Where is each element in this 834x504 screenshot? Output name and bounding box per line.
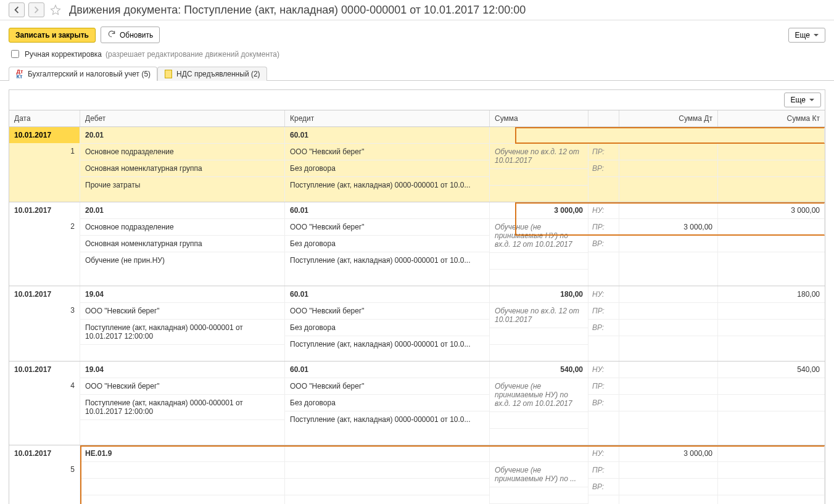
manual-edit-checkbox[interactable] — [11, 50, 19, 58]
credit-cell: 60.01ООО "Невский берег"Без договораПост… — [285, 286, 490, 361]
sum-cell: 1 000,00Обучение по вх.д. 12 от 10.01.20… — [490, 127, 588, 202]
debit-cell: 19.04ООО "Невский берег"Поступление (акт… — [80, 361, 285, 445]
entry-date: 10.01.2017 — [9, 127, 80, 143]
col-sumdt: Сумма Дт — [619, 110, 718, 126]
tab-1[interactable]: НДС предъявленный (2) — [157, 67, 266, 81]
debit-cell: 20.01Основное подразделениеОсновная номе… — [80, 202, 285, 286]
col-sum: Сумма — [490, 110, 588, 126]
refresh-icon — [107, 30, 116, 40]
more-button-top[interactable]: Еще — [788, 28, 825, 43]
manual-edit-label: Ручная корректировка — [25, 50, 102, 59]
table-row[interactable]: 10.01.20175НЕ.01.9 Обучение (не принимае… — [9, 445, 825, 504]
sumkt-cell: 3 000,00 — [718, 202, 825, 286]
save-close-button[interactable]: Записать и закрыть — [9, 28, 96, 43]
chevron-down-icon — [814, 34, 819, 36]
credit-cell: 60.01ООО "Невский берег"Без договораПост… — [285, 202, 490, 286]
table-row[interactable]: 10.01.2017220.01Основное подразделениеОс… — [9, 202, 825, 286]
sumkt-cell — [718, 445, 825, 504]
refresh-button[interactable]: Обновить — [101, 27, 160, 43]
col-debit: Дебет — [80, 110, 285, 126]
entry-date: 10.01.2017 — [9, 361, 80, 378]
debit-cell: 20.01Основное подразделениеОсновная номе… — [80, 127, 285, 202]
credit-cell: 60.01ООО "Невский берег"Без договораПост… — [285, 361, 490, 445]
sumkt-cell: 180,00 — [718, 286, 825, 361]
col-credit: Кредит — [285, 110, 490, 126]
tab-label: Бухгалтерский и налоговый учет (5) — [28, 70, 151, 78]
credit-cell: 60.01ООО "Невский берег"Без договораПост… — [285, 127, 490, 202]
sum-cell: Обучение (не принимаемые НУ) по ... — [490, 445, 588, 504]
document-icon — [164, 70, 173, 78]
entries-table: Еще Дата Дебет Кредит Сумма Сумма Дт Сум… — [9, 89, 825, 504]
sumdt-cell: 3 000,00 — [619, 445, 718, 504]
credit-cell — [285, 445, 490, 504]
page-title: Движения документа: Поступление (акт, на… — [69, 4, 526, 17]
tab-0[interactable]: ДтКтБухгалтерский и налоговый учет (5) — [9, 67, 157, 81]
sumdt-cell: 1 000,00 — [619, 127, 718, 202]
labels-cell: НУ:ПР:ВР: — [588, 445, 619, 504]
entry-number: 4 — [9, 378, 80, 394]
table-row[interactable]: 10.01.2017120.01Основное подразделениеОс… — [9, 127, 825, 202]
entry-number: 2 — [9, 218, 80, 234]
entry-date: 10.01.2017 — [9, 202, 80, 218]
labels-cell: НУ:ПР:ВР: — [588, 127, 619, 202]
table-header: Дата Дебет Кредит Сумма Сумма Дт Сумма К… — [9, 110, 825, 127]
favorite-icon[interactable] — [48, 2, 63, 17]
entry-date: 10.01.2017 — [9, 286, 80, 302]
table-row[interactable]: 10.01.2017419.04ООО "Невский берег"Посту… — [9, 361, 825, 445]
col-taglabel — [588, 110, 619, 126]
sum-cell: 3 000,00Обучение (не принимаемые НУ) по … — [490, 202, 588, 286]
entry-date: 10.01.2017 — [9, 445, 80, 461]
sumdt-cell — [619, 286, 718, 361]
entry-number: 3 — [9, 302, 80, 318]
forward-button[interactable] — [28, 2, 44, 17]
debit-cell: НЕ.01.9 — [80, 445, 285, 504]
entry-number: 1 — [9, 143, 80, 159]
col-date: Дата — [9, 110, 80, 126]
sumkt-cell: 1 000,00 — [718, 127, 825, 202]
sumdt-cell — [619, 361, 718, 445]
entry-number: 5 — [9, 461, 80, 477]
sum-cell: 540,00Обучение (не принимаемые НУ) по вх… — [490, 361, 588, 445]
col-sumkt: Сумма Кт — [718, 110, 825, 126]
back-button[interactable] — [9, 2, 25, 17]
more-button-table[interactable]: Еще — [784, 93, 821, 107]
labels-cell: НУ:ПР:ВР: — [588, 202, 619, 286]
tab-label: НДС предъявленный (2) — [176, 70, 260, 78]
labels-cell: НУ:ПР:ВР: — [588, 286, 619, 361]
sumkt-cell: 540,00 — [718, 361, 825, 445]
manual-edit-hint: (разрешает редактирование движений докум… — [105, 50, 279, 59]
debit-cell: 19.04ООО "Невский берег"Поступление (акт… — [80, 286, 285, 361]
sumdt-cell: 3 000,00 — [619, 202, 718, 286]
dt-kt-icon: ДтКт — [15, 70, 24, 78]
chevron-down-icon — [809, 99, 814, 101]
tabs-container: ДтКтБухгалтерский и налоговый учет (5)НД… — [0, 66, 834, 81]
sum-cell: 180,00Обучение по вх.д. 12 от 10.01.2017 — [490, 286, 588, 361]
labels-cell: НУ:ПР:ВР: — [588, 361, 619, 445]
table-row[interactable]: 10.01.2017319.04ООО "Невский берег"Посту… — [9, 286, 825, 361]
